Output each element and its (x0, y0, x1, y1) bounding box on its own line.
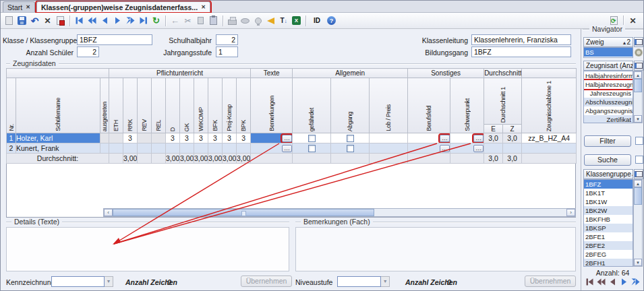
ellipsis-button[interactable]: … (282, 135, 292, 142)
grade-cell-eth[interactable] (109, 143, 123, 154)
scrollbar-track[interactable] (634, 205, 642, 259)
list-item-abgangszeugnis[interactable]: Abgangszeugnis (584, 106, 633, 115)
scroll-up-icon[interactable]: ▲ (634, 180, 642, 187)
paste-button[interactable] (207, 14, 220, 27)
group-header-durchschnitte[interactable]: Durchschnitte (484, 69, 522, 78)
klasse-input[interactable] (77, 34, 152, 45)
list-item-1bkfhb[interactable]: 1BKFHB (584, 215, 633, 224)
grade-cell-wikomp[interactable] (194, 143, 208, 154)
scroll-down-icon[interactable]: ▼ (634, 259, 642, 266)
lob-preis-cell[interactable] (370, 143, 408, 154)
dock-button[interactable] (634, 61, 643, 71)
refresh-button[interactable]: ↻ (150, 14, 163, 27)
zeugnisschablone-cell[interactable]: zz_B_HZ_A4 (522, 133, 577, 143)
schwerpunkt-cell[interactable]: … (450, 143, 484, 154)
grade-cell-wikomp[interactable]: 3 (194, 133, 208, 143)
scroll-down-icon[interactable]: ▼ (634, 115, 642, 123)
column-header-durchschnitt-1[interactable]: Durchschnitt 1 (484, 78, 522, 125)
vertical-scrollbar[interactable]: ▲ ▼ (633, 71, 643, 123)
close-tab-icon[interactable]: ✕ (26, 5, 30, 10)
scrollbar-thumb[interactable] (634, 79, 642, 92)
grade-cell-rrk[interactable] (123, 143, 138, 154)
horizontal-scrollbar[interactable]: ‹ › (103, 208, 576, 217)
group-header-texte[interactable]: Texte (251, 69, 293, 78)
tab-zeugnisdatenerfassung[interactable]: Klassen(-gruppen)weise Zeugnisdatenerfas… (36, 1, 210, 12)
copy-button[interactable] (194, 14, 207, 27)
column-header-gefaehrdet[interactable]: gefährdet (293, 78, 331, 133)
scrollbar-thumb[interactable] (113, 209, 374, 216)
grade-cell-bpk[interactable] (237, 143, 251, 154)
column-header-bpk[interactable]: BPK (237, 78, 251, 133)
delete-button[interactable]: ✕ (41, 14, 54, 27)
checkbox[interactable] (347, 135, 354, 142)
bemerkungen-fach-box[interactable] (295, 227, 576, 271)
save-button[interactable] (16, 14, 28, 27)
column-header-proj-komp[interactable]: Proj-Komp (223, 78, 237, 133)
column-header-nr[interactable]: Nr. (7, 78, 16, 133)
zeugnisart-header[interactable]: Zeugnisart (Anz... (583, 61, 633, 71)
close-tab-icon[interactable]: ✕ (201, 5, 206, 10)
berufsfeld-cell[interactable]: … (408, 133, 450, 143)
grade-cell-rev[interactable] (138, 143, 152, 154)
previous-record-icon[interactable] (608, 278, 617, 286)
previous-record-button[interactable] (98, 14, 111, 27)
student-name-cell[interactable]: Kunert, Frank (16, 143, 100, 154)
next-record-button[interactable] (111, 14, 124, 27)
uebernehmen-button[interactable]: Übernehmen (241, 276, 292, 287)
dock-button[interactable] (634, 169, 643, 179)
checkbox[interactable] (308, 145, 316, 152)
column-header-lob-preis[interactable]: Lob / Preis (370, 78, 408, 133)
gefaehrdet-cell[interactable] (293, 143, 331, 154)
zeugnisschablone-cell[interactable] (522, 143, 577, 154)
list-item-2bfe2[interactable]: 2BFE2 (584, 241, 633, 250)
list-item-1bk1w[interactable]: 1BK1W (584, 197, 633, 206)
filter-checkbox[interactable] (635, 137, 643, 145)
list-item-bs[interactable]: BS (584, 48, 633, 57)
row-number-cell[interactable]: 2 (7, 143, 16, 154)
grade-cell-bfk[interactable]: 3 (208, 133, 223, 143)
hint-button[interactable] (252, 14, 264, 27)
klassenleitung-input[interactable] (471, 34, 571, 45)
gear-icon[interactable] (635, 49, 642, 56)
kennzeichnung-combo[interactable]: ▼ (51, 276, 113, 287)
schwerpunkt-cell[interactable]: … (450, 133, 484, 143)
abgang-cell[interactable] (331, 133, 370, 143)
jahrgangsstufe-input[interactable] (216, 46, 238, 57)
column-header-d[interactable]: D (166, 78, 180, 133)
list-item-zertifikat[interactable]: Zertifikat (584, 115, 633, 123)
scrollbar-thumb[interactable] (634, 187, 642, 205)
preview-button[interactable] (239, 14, 252, 27)
list-item-halbjahresinform[interactable]: Halbjahresinform... (584, 71, 633, 80)
column-header-rrk[interactable]: RRK (123, 78, 138, 133)
row-number-cell[interactable]: 1 (7, 133, 16, 143)
uebernehmen2-button[interactable]: Übernehmen (525, 276, 576, 287)
fast-previous-button[interactable] (86, 14, 98, 27)
close-view-button[interactable]: ✕ (626, 14, 639, 27)
gefaehrdet-cell[interactable] (293, 133, 331, 143)
niveaustufe-combo[interactable]: ▼ (337, 276, 390, 287)
column-header-rev[interactable]: REV (138, 78, 152, 133)
grade-cell-rev[interactable] (138, 133, 152, 143)
grade-cell-proj-komp[interactable] (223, 143, 237, 154)
scrollbar-track[interactable] (374, 209, 566, 216)
print-button[interactable] (226, 14, 239, 27)
list-item-1bk1t[interactable]: 1BK1T (584, 189, 633, 197)
list-item-2bfh1[interactable]: 2BFH1 (584, 259, 633, 267)
column-header-berufsfeld[interactable]: Berufsfeld (408, 78, 450, 133)
scrollbar-track[interactable] (634, 92, 642, 115)
grade-cell-gk[interactable]: 3 (180, 133, 194, 143)
checkbox[interactable] (347, 145, 354, 152)
ellipsis-button[interactable]: … (440, 145, 450, 152)
list-item-halbjahreszeugnis[interactable]: Halbjahreszeugnis (584, 80, 633, 89)
suche-checkbox[interactable] (635, 156, 643, 164)
vertical-scrollbar[interactable]: ▲ ▼ (633, 179, 643, 267)
grade-cell-bfk[interactable] (208, 143, 223, 154)
column-header-rel[interactable]: REL (152, 78, 166, 133)
zweig-header[interactable]: Zweig ▲2 (583, 37, 633, 47)
bemerkungen-cell[interactable]: … (251, 143, 293, 154)
list-item-2bfe1[interactable]: 2BFE1 (584, 232, 633, 241)
column-header-abgang[interactable]: Abgang (331, 78, 370, 133)
list-item-1bfz[interactable]: 1BFZ (584, 180, 633, 189)
grade-cell-d[interactable]: 3 (166, 133, 180, 143)
chevron-down-icon[interactable]: ▼ (381, 276, 390, 287)
